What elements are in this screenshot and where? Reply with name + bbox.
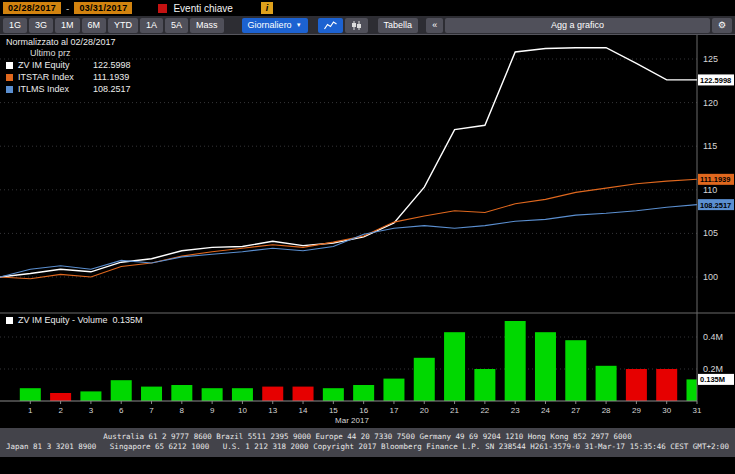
add-to-chart-button[interactable]: Agg a grafico bbox=[445, 18, 710, 33]
svg-text:7: 7 bbox=[149, 406, 154, 415]
series-last-value: 108.2517 bbox=[93, 84, 131, 95]
svg-text:0.135M: 0.135M bbox=[700, 375, 725, 384]
period-dropdown[interactable]: Giornaliero ▼ bbox=[242, 18, 308, 33]
svg-text:27: 27 bbox=[571, 406, 580, 415]
line-chart-icon bbox=[324, 21, 337, 30]
svg-text:16: 16 bbox=[359, 406, 368, 415]
candlestick-icon bbox=[351, 21, 362, 30]
svg-text:3: 3 bbox=[89, 406, 94, 415]
svg-text:21: 21 bbox=[450, 406, 459, 415]
date-to-field[interactable]: 03/31/2017 bbox=[74, 2, 132, 14]
svg-text:0.4M: 0.4M bbox=[703, 332, 723, 342]
svg-text:115: 115 bbox=[703, 141, 717, 151]
period-dropdown-label: Giornaliero bbox=[248, 20, 292, 30]
svg-text:17: 17 bbox=[390, 406, 399, 415]
footer-strip: Australia 61 2 9777 8600 Brazil 5511 239… bbox=[0, 428, 735, 457]
toolbar-spacer bbox=[420, 25, 424, 26]
legend-item[interactable]: ITSTAR Index 111.1939 bbox=[6, 72, 131, 83]
svg-text:31: 31 bbox=[693, 406, 702, 415]
svg-text:0.2M: 0.2M bbox=[703, 364, 723, 374]
svg-text:120: 120 bbox=[703, 98, 718, 108]
svg-text:8: 8 bbox=[180, 406, 185, 415]
svg-text:111.1939: 111.1939 bbox=[700, 175, 730, 184]
line-chart-mode-button[interactable] bbox=[318, 18, 343, 33]
series-last-value: 111.1939 bbox=[93, 72, 129, 83]
footer-second-line: Japan 81 3 3201 8900 Singapore 65 6212 1… bbox=[6, 442, 729, 452]
svg-text:105: 105 bbox=[703, 228, 718, 238]
range-button-1g[interactable]: 1G bbox=[3, 18, 27, 33]
range-button-ytd[interactable]: YTD bbox=[108, 18, 138, 33]
svg-text:10: 10 bbox=[238, 406, 247, 415]
svg-text:30: 30 bbox=[662, 406, 671, 415]
range-button-3g[interactable]: 3G bbox=[29, 18, 53, 33]
range-button-mass[interactable]: Mass bbox=[190, 18, 224, 33]
collapse-button[interactable]: « bbox=[426, 18, 443, 33]
svg-text:9: 9 bbox=[210, 406, 215, 415]
date-from-field[interactable]: 02/28/2017 bbox=[3, 2, 61, 14]
volume-last-value: 0.135M bbox=[113, 315, 143, 325]
volume-swatch bbox=[6, 317, 13, 324]
svg-text:110: 110 bbox=[703, 185, 717, 195]
series-name: ITLMS Index bbox=[18, 84, 88, 95]
series-name: ZV IM Equity bbox=[18, 60, 88, 71]
svg-text:28: 28 bbox=[602, 406, 611, 415]
date-range-separator: - bbox=[66, 3, 69, 14]
bloomberg-terminal-window: 02/28/2017 - 03/31/2017 Eventi chiave i … bbox=[0, 0, 735, 474]
table-button[interactable]: Tabella bbox=[378, 18, 419, 33]
range-button-1a[interactable]: 1A bbox=[140, 18, 163, 33]
svg-text:122.5998: 122.5998 bbox=[700, 76, 731, 85]
svg-text:2: 2 bbox=[58, 406, 63, 415]
key-events-checkbox[interactable] bbox=[158, 4, 167, 13]
series-swatch bbox=[6, 62, 13, 69]
range-button-1m[interactable]: 1M bbox=[55, 18, 80, 33]
toolbar-spacer bbox=[370, 25, 376, 26]
series-swatch bbox=[6, 74, 13, 81]
normalized-label: Normalizzato al 02/28/2017 bbox=[6, 37, 131, 48]
range-button-5a[interactable]: 5A bbox=[165, 18, 188, 33]
info-icon[interactable]: i bbox=[261, 2, 273, 14]
svg-text:22: 22 bbox=[480, 406, 489, 415]
svg-text:24: 24 bbox=[541, 406, 550, 415]
candlestick-mode-button[interactable] bbox=[345, 18, 368, 33]
volume-legend: ZV IM Equity - Volume 0.135M bbox=[6, 315, 143, 325]
key-events-label: Eventi chiave bbox=[173, 3, 232, 14]
series-swatch bbox=[6, 86, 13, 93]
last-price-header: Ultimo prz bbox=[30, 48, 131, 59]
volume-label: ZV IM Equity - Volume bbox=[18, 315, 108, 325]
chart-panel: 1001051101151201250.2M0.4M12367891013141… bbox=[0, 35, 735, 428]
gear-icon: ⚙ bbox=[718, 20, 726, 30]
footer: Australia 61 2 9777 8600 Brazil 5511 239… bbox=[0, 428, 735, 474]
svg-text:14: 14 bbox=[299, 406, 308, 415]
svg-text:29: 29 bbox=[632, 406, 641, 415]
chevron-down-icon: ▼ bbox=[296, 22, 302, 28]
chart-toolbar: 1G 3G 1M 6M YTD 1A 5A Mass Giornaliero ▼… bbox=[0, 16, 735, 35]
svg-text:125: 125 bbox=[703, 54, 718, 64]
range-button-6m[interactable]: 6M bbox=[82, 18, 107, 33]
svg-text:6: 6 bbox=[119, 406, 124, 415]
svg-text:15: 15 bbox=[329, 406, 338, 415]
legend-item[interactable]: ZV IM Equity 122.5998 bbox=[6, 60, 131, 71]
toolbar-spacer bbox=[226, 25, 240, 26]
legend-item[interactable]: ITLMS Index 108.2517 bbox=[6, 84, 131, 95]
svg-text:20: 20 bbox=[420, 406, 429, 415]
svg-text:Mar 2017: Mar 2017 bbox=[335, 416, 369, 425]
footer-terminal-id: SN 238544 H261-3579-0 31-Mar-17 15:35:46… bbox=[485, 442, 729, 452]
svg-text:100: 100 bbox=[703, 272, 718, 282]
series-last-value: 122.5998 bbox=[93, 60, 131, 71]
footer-phone-numbers-2: Japan 81 3 3201 8900 Singapore 65 6212 1… bbox=[6, 442, 309, 452]
footer-copyright: Copyright 2017 Bloomberg Finance L.P. bbox=[313, 442, 480, 452]
footer-phone-numbers: Australia 61 2 9777 8600 Brazil 5511 239… bbox=[6, 432, 729, 442]
top-bar: 02/28/2017 - 03/31/2017 Eventi chiave i bbox=[0, 0, 735, 16]
svg-text:23: 23 bbox=[511, 406, 520, 415]
key-events-toggle[interactable]: Eventi chiave bbox=[158, 3, 232, 14]
svg-text:108.2517: 108.2517 bbox=[700, 201, 731, 210]
svg-text:13: 13 bbox=[268, 406, 277, 415]
toolbar-spacer bbox=[310, 25, 316, 26]
price-legend: Normalizzato al 02/28/2017 Ultimo prz ZV… bbox=[6, 37, 131, 95]
svg-text:1: 1 bbox=[28, 406, 33, 415]
settings-button[interactable]: ⚙ bbox=[712, 18, 732, 33]
series-name: ITSTAR Index bbox=[18, 72, 88, 83]
